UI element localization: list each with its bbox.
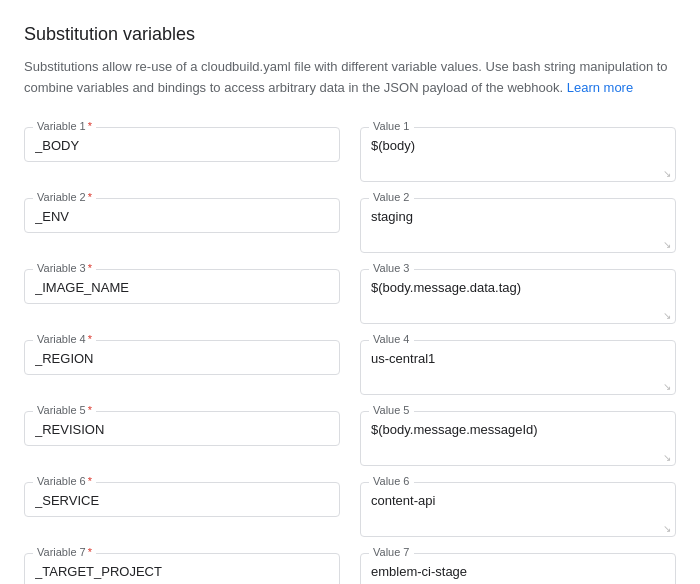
value-2-textarea[interactable]: staging bbox=[371, 207, 665, 243]
value-1-label: Value 1 bbox=[369, 120, 414, 132]
resize-handle-2: ↘ bbox=[663, 240, 673, 250]
variable-7-label: Variable 7* bbox=[33, 546, 96, 558]
value-6-textarea[interactable]: content-api bbox=[371, 491, 665, 527]
value-3-wrapper: Value 3 $(body.message.data.tag) ↘ bbox=[360, 269, 676, 324]
variable-6-input[interactable] bbox=[35, 491, 329, 510]
variable-3-label: Variable 3* bbox=[33, 262, 96, 274]
variable-1-label: Variable 1* bbox=[33, 120, 96, 132]
required-star-7: * bbox=[88, 546, 92, 558]
variable-2-label: Variable 2* bbox=[33, 191, 96, 203]
variable-4-label: Variable 4* bbox=[33, 333, 96, 345]
value-6-wrapper: Value 6 content-api ↘ bbox=[360, 482, 676, 537]
value-5-textarea[interactable]: $(body.message.messageId) bbox=[371, 420, 665, 456]
description-text: Substitutions allow re-use of a cloudbui… bbox=[24, 57, 676, 99]
value-4-textarea[interactable]: us-central1 bbox=[371, 349, 665, 385]
required-star-2: * bbox=[88, 191, 92, 203]
learn-more-link[interactable]: Learn more bbox=[567, 80, 633, 95]
value-4-label: Value 4 bbox=[369, 333, 414, 345]
value-7-group: Value 7 emblem-ci-stage ↘ bbox=[360, 553, 676, 584]
variable-4-wrapper: Variable 4* bbox=[24, 340, 340, 375]
variable-3-wrapper: Variable 3* bbox=[24, 269, 340, 304]
value-7-textarea[interactable]: emblem-ci-stage bbox=[371, 562, 665, 584]
variable-7-wrapper: Variable 7* bbox=[24, 553, 340, 584]
value-2-label: Value 2 bbox=[369, 191, 414, 203]
value-5-group: Value 5 $(body.message.messageId) ↘ bbox=[360, 411, 676, 466]
value-4-group: Value 4 us-central1 ↘ bbox=[360, 340, 676, 395]
value-2-group: Value 2 staging ↘ bbox=[360, 198, 676, 253]
required-star-1: * bbox=[88, 120, 92, 132]
resize-handle-6: ↘ bbox=[663, 524, 673, 534]
value-1-textarea[interactable]: $(body) bbox=[371, 136, 665, 172]
value-2-wrapper: Value 2 staging ↘ bbox=[360, 198, 676, 253]
variable-5-input[interactable] bbox=[35, 420, 329, 439]
variable-2-wrapper: Variable 2* bbox=[24, 198, 340, 233]
variable-1-group: Variable 1* bbox=[24, 127, 340, 182]
variable-7-group: Variable 7* bbox=[24, 553, 340, 584]
variable-6-group: Variable 6* bbox=[24, 482, 340, 537]
variable-5-label: Variable 5* bbox=[33, 404, 96, 416]
variable-3-group: Variable 3* bbox=[24, 269, 340, 324]
required-star-3: * bbox=[88, 262, 92, 274]
resize-handle-3: ↘ bbox=[663, 311, 673, 321]
resize-handle-4: ↘ bbox=[663, 382, 673, 392]
page-title: Substitution variables bbox=[24, 24, 676, 45]
value-7-wrapper: Value 7 emblem-ci-stage ↘ bbox=[360, 553, 676, 584]
resize-handle-1: ↘ bbox=[663, 169, 673, 179]
variable-4-group: Variable 4* bbox=[24, 340, 340, 395]
required-star-4: * bbox=[88, 333, 92, 345]
required-star-5: * bbox=[88, 404, 92, 416]
variable-1-wrapper: Variable 1* bbox=[24, 127, 340, 162]
variable-4-input[interactable] bbox=[35, 349, 329, 368]
variable-2-input[interactable] bbox=[35, 207, 329, 226]
value-6-label: Value 6 bbox=[369, 475, 414, 487]
value-3-group: Value 3 $(body.message.data.tag) ↘ bbox=[360, 269, 676, 324]
required-star-6: * bbox=[88, 475, 92, 487]
value-4-wrapper: Value 4 us-central1 ↘ bbox=[360, 340, 676, 395]
variable-5-group: Variable 5* bbox=[24, 411, 340, 466]
variable-2-group: Variable 2* bbox=[24, 198, 340, 253]
value-1-wrapper: Value 1 $(body) ↘ bbox=[360, 127, 676, 182]
value-5-label: Value 5 bbox=[369, 404, 414, 416]
variable-6-wrapper: Variable 6* bbox=[24, 482, 340, 517]
variable-1-input[interactable] bbox=[35, 136, 329, 155]
variable-6-label: Variable 6* bbox=[33, 475, 96, 487]
resize-handle-5: ↘ bbox=[663, 453, 673, 463]
variable-5-wrapper: Variable 5* bbox=[24, 411, 340, 446]
value-3-label: Value 3 bbox=[369, 262, 414, 274]
value-5-wrapper: Value 5 $(body.message.messageId) ↘ bbox=[360, 411, 676, 466]
variable-3-input[interactable] bbox=[35, 278, 329, 297]
variables-grid: Variable 1* Value 1 $(body) ↘ Variable 2… bbox=[24, 127, 676, 584]
value-3-textarea[interactable]: $(body.message.data.tag) bbox=[371, 278, 665, 314]
variable-7-input[interactable] bbox=[35, 562, 329, 581]
value-7-label: Value 7 bbox=[369, 546, 414, 558]
value-6-group: Value 6 content-api ↘ bbox=[360, 482, 676, 537]
value-1-group: Value 1 $(body) ↘ bbox=[360, 127, 676, 182]
